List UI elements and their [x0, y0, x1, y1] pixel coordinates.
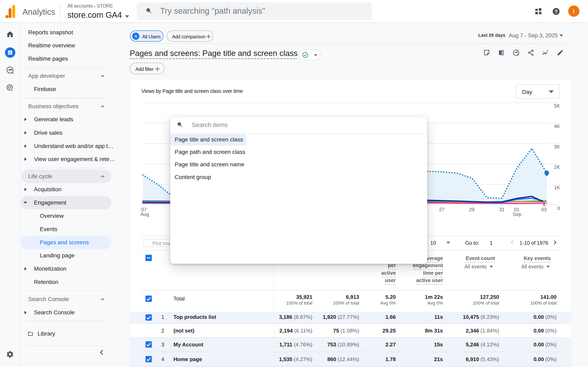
svg-text:Aug: Aug: [140, 211, 149, 217]
svg-text:2K: 2K: [554, 164, 560, 170]
svg-text:31: 31: [499, 207, 505, 212]
svg-text:0: 0: [557, 206, 560, 211]
svg-text:29: 29: [469, 207, 475, 212]
svg-text:5K: 5K: [554, 103, 560, 108]
svg-text:3K: 3K: [554, 144, 560, 150]
svg-text:1K: 1K: [554, 185, 560, 190]
svg-text:4K: 4K: [554, 124, 560, 129]
svg-text:27: 27: [439, 207, 444, 212]
svg-text:03: 03: [541, 207, 547, 212]
svg-text:Sep: Sep: [513, 211, 521, 217]
